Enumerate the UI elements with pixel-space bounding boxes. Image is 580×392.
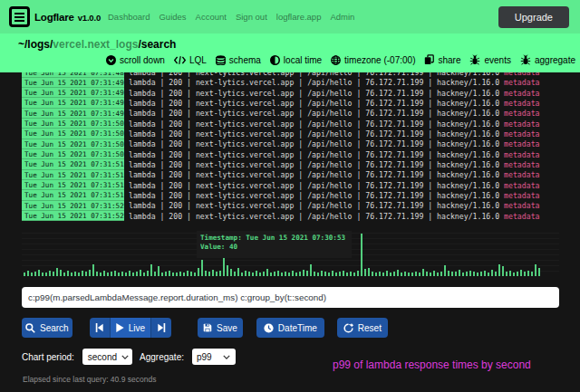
chart-bar[interactable] [531, 272, 533, 276]
toolbar-schema[interactable]: schema [216, 55, 261, 65]
chart-bar[interactable] [310, 264, 312, 276]
chart-bar[interactable] [85, 272, 87, 276]
chart-bar[interactable] [125, 272, 127, 276]
chart-bar[interactable] [71, 272, 72, 276]
chart-bar[interactable] [92, 264, 94, 276]
chart-bar[interactable] [440, 272, 442, 276]
log-metadata-link[interactable]: metadata [504, 181, 539, 190]
chart-bar[interactable] [538, 268, 540, 276]
toolbar-aggregate[interactable]: aggregate [520, 54, 575, 65]
chart-bar[interactable] [216, 272, 218, 276]
chart-bar[interactable] [350, 272, 352, 276]
chart-bar[interactable] [38, 270, 40, 276]
search-button[interactable]: Search [22, 318, 72, 338]
chart-bar[interactable] [491, 270, 493, 276]
chart-bar[interactable] [63, 272, 65, 276]
upgrade-button[interactable]: Upgrade [498, 6, 569, 28]
chart-bar[interactable] [509, 271, 511, 276]
chart-bar[interactable] [82, 271, 83, 276]
chart-bar[interactable] [205, 271, 207, 276]
chart-bar[interactable] [324, 272, 326, 276]
chart-bar[interactable] [484, 271, 486, 276]
log-metadata-link[interactable]: metadata [504, 120, 539, 129]
chart-bar[interactable] [31, 272, 33, 276]
chart-bar[interactable] [165, 272, 167, 276]
nav-admin[interactable]: Admin [325, 12, 359, 22]
chart-bar[interactable] [132, 272, 134, 276]
chart-bar[interactable] [430, 272, 431, 276]
chart-bar[interactable] [357, 271, 359, 276]
chart-bar[interactable] [346, 272, 348, 276]
chart-bar[interactable] [306, 271, 308, 276]
chart-bar[interactable] [321, 271, 323, 276]
chart-bar[interactable] [444, 265, 446, 276]
chart-bar[interactable] [107, 272, 109, 276]
chart-bar[interactable] [147, 271, 149, 276]
chart-bar[interactable] [502, 266, 504, 276]
chart-bar[interactable] [270, 272, 272, 276]
toolbar-local-time[interactable]: local time [270, 55, 322, 65]
nav-logflare-app[interactable]: logflare.app [272, 12, 326, 22]
chart-bar[interactable] [208, 272, 210, 276]
log-metadata-link[interactable]: metadata [504, 212, 539, 221]
chart-bar[interactable] [274, 272, 276, 276]
chart-bar[interactable] [198, 268, 199, 276]
chart-bar[interactable] [408, 272, 410, 276]
chart-bar[interactable] [67, 271, 69, 276]
datetime-button[interactable]: DateTime [256, 318, 324, 338]
chart-bar[interactable] [60, 270, 62, 276]
log-metadata-link[interactable]: metadata [504, 78, 539, 87]
chart-bar[interactable] [386, 271, 388, 276]
chart-bar[interactable] [263, 272, 265, 276]
chart-bar[interactable] [266, 269, 268, 276]
chart-bar[interactable] [401, 272, 402, 276]
chart-bar[interactable] [187, 271, 188, 276]
chart-bar[interactable] [520, 270, 522, 276]
chart-bar[interactable] [328, 272, 330, 276]
save-button[interactable]: Save [198, 318, 243, 338]
chart-bar[interactable] [372, 272, 373, 276]
chart-bar[interactable] [469, 271, 471, 276]
chart-bar[interactable] [234, 272, 236, 276]
chart-bar[interactable] [295, 272, 297, 276]
chart-bar[interactable] [332, 271, 334, 276]
log-metadata-link[interactable]: metadata [504, 160, 539, 169]
chart-bar[interactable] [480, 272, 482, 276]
chart-bar[interactable] [118, 272, 120, 276]
chart-bar[interactable] [56, 268, 58, 276]
chart-bar[interactable] [237, 268, 239, 276]
nav-account[interactable]: Account [191, 12, 231, 22]
reset-button[interactable]: Reset [337, 318, 388, 338]
chart-bar[interactable] [212, 270, 214, 276]
chart-bar[interactable] [227, 265, 228, 276]
chart-bar[interactable] [103, 271, 105, 276]
chart-bar[interactable] [49, 271, 51, 276]
chart-bar[interactable] [433, 271, 435, 276]
chart-bar[interactable] [252, 272, 254, 276]
chart-period-select[interactable]: second [82, 349, 132, 365]
chart-bar[interactable] [245, 271, 246, 276]
chart-bar[interactable] [462, 272, 464, 276]
chart-bar[interactable] [411, 272, 413, 276]
chart-bar[interactable] [361, 234, 362, 276]
chart-bar[interactable] [230, 269, 232, 276]
chart-bar[interactable] [161, 272, 163, 276]
chart-bar[interactable] [517, 272, 518, 276]
chart-bar[interactable] [415, 272, 417, 276]
live-button[interactable]: Live [110, 318, 151, 338]
breadcrumb[interactable]: ~/logs/vercel.next_logs/search [18, 38, 176, 51]
chart-bar[interactable] [179, 272, 181, 276]
chart-bar[interactable] [375, 272, 377, 276]
chart-bar[interactable] [339, 272, 341, 276]
chart-bar[interactable] [158, 266, 160, 276]
chart-bar[interactable] [303, 270, 304, 276]
chart-bar[interactable] [335, 272, 337, 276]
chart-bar[interactable] [368, 268, 370, 276]
toolbar-share[interactable]: share [424, 54, 460, 65]
chart-bar[interactable] [498, 264, 500, 276]
chart-bar[interactable] [176, 272, 178, 276]
log-metadata-link[interactable]: metadata [504, 191, 539, 200]
chart-bar[interactable] [259, 272, 261, 276]
chart-bar[interactable] [281, 272, 283, 276]
skip-to-start-button[interactable] [90, 318, 110, 338]
